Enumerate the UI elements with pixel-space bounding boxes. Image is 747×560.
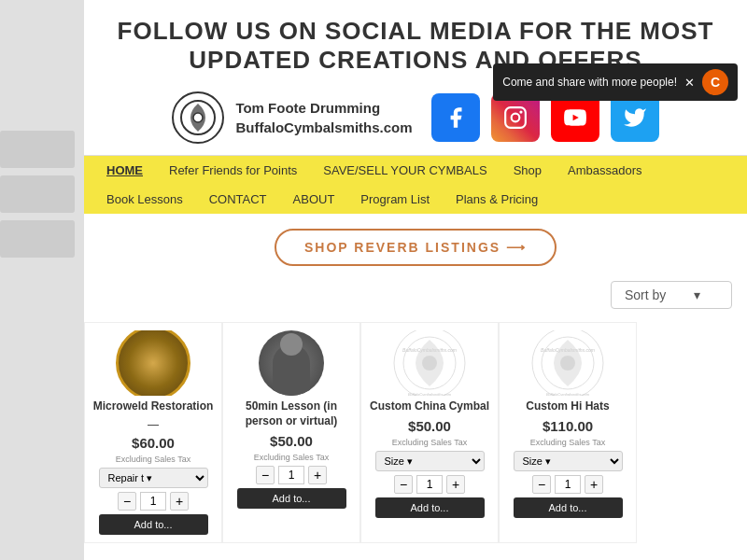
person-silhouette-1 <box>273 344 310 396</box>
nav-item-shop[interactable]: Shop <box>500 156 555 185</box>
logo-watermark-2: BuffaloCymbalsmiths.com BuffaloCymbalsmi… <box>392 330 467 396</box>
youtube-icon[interactable] <box>551 93 599 142</box>
product-tax-3: Excluding Sales Tax <box>530 438 605 447</box>
cymbal-image-0 <box>116 330 190 396</box>
sort-by-label: Sort by <box>625 287 666 302</box>
product-price-1: $50.00 <box>270 433 313 449</box>
product-select-3[interactable]: Size ▾ <box>514 451 623 471</box>
qty-input-0[interactable] <box>140 492 166 511</box>
svg-point-9 <box>422 356 437 371</box>
instagram-icon[interactable] <box>491 93 540 142</box>
qty-decrease-1[interactable]: − <box>256 466 275 484</box>
person-image-1 <box>259 330 324 396</box>
svg-point-3 <box>511 114 519 122</box>
product-price-0: $60.00 <box>132 435 175 451</box>
product-dash-0: — <box>148 418 159 431</box>
product-name-1: 50min Lesson (in person or virtual) <box>231 399 352 428</box>
brand-text: Tom Foote Drumming BuffaloCymbalsmiths.c… <box>235 98 412 137</box>
sidebar-box-1 <box>0 131 75 168</box>
product-card-2: BuffaloCymbalsmiths.com BuffaloCymbalsmi… <box>360 322 499 543</box>
product-name-0: Microweld Restoration <box>93 399 214 414</box>
page-wrapper: FOLLOW US ON SOCIAL MEDIA FOR THE MOST U… <box>0 0 747 560</box>
products-grid: Microweld Restoration — $60.00 Excluding… <box>84 315 747 551</box>
facebook-icon[interactable] <box>431 93 480 142</box>
sort-by-dropdown[interactable]: Sort by ▾ <box>611 281 732 309</box>
product-card-0: Microweld Restoration — $60.00 Excluding… <box>84 322 222 543</box>
add-to-cart-0[interactable]: Add to... <box>99 514 208 535</box>
shop-reverb-button[interactable]: SHOP REVERB LISTINGS ⟶ <box>275 229 557 266</box>
notification-bar: Come and share with more people! ✕ C <box>493 63 738 101</box>
nav-item-save-sell[interactable]: SAVE/SELL YOUR CYMBALS <box>310 156 500 185</box>
nav-item-program-list[interactable]: Program List <box>347 185 443 214</box>
qty-input-2[interactable] <box>416 475 443 494</box>
add-to-cart-3[interactable]: Add to... <box>514 497 623 518</box>
qty-decrease-2[interactable]: − <box>394 475 413 494</box>
product-tax-0: Excluding Sales Tax <box>116 455 190 464</box>
product-card-3: BuffaloCymbalsmiths.com BuffaloCymbalsmi… <box>499 322 637 543</box>
svg-point-14 <box>560 356 575 371</box>
product-name-2: Custom China Cymbal <box>370 399 489 414</box>
brand-logo <box>172 91 224 144</box>
notification-text: Come and share with more people! <box>502 76 677 89</box>
product-image-0 <box>111 330 195 396</box>
left-sidebar <box>0 131 84 258</box>
product-image-3: BuffaloCymbalsmiths.com BuffaloCymbalsmi… <box>526 330 610 396</box>
quantity-row-0: − + <box>118 492 189 511</box>
product-tax-2: Excluding Sales Tax <box>392 438 467 447</box>
quantity-row-3: − + <box>532 475 603 494</box>
qty-decrease-3[interactable]: − <box>532 475 551 494</box>
nav-item-home[interactable]: HOME <box>93 156 156 185</box>
product-select-0[interactable]: Repair t ▾ <box>99 468 208 488</box>
product-image-1 <box>249 330 333 396</box>
crisp-logo-icon: C <box>702 69 728 95</box>
shop-reverb-section: SHOP REVERB LISTINGS ⟶ <box>84 214 747 275</box>
product-image-2: BuffaloCymbalsmiths.com BuffaloCymbalsmi… <box>388 330 472 396</box>
product-price-2: $50.00 <box>408 418 451 434</box>
product-card-1: 50min Lesson (in person or virtual) $50.… <box>222 322 360 543</box>
nav-item-plans-pricing[interactable]: Plans & Pricing <box>443 185 551 214</box>
svg-text:BuffaloCymbalsmiths.com: BuffaloCymbalsmiths.com <box>408 392 452 396</box>
qty-increase-0[interactable]: + <box>170 492 189 511</box>
add-to-cart-1[interactable]: Add to... <box>237 488 346 509</box>
banner: FOLLOW US ON SOCIAL MEDIA FOR THE MOST U… <box>84 0 747 84</box>
sidebar-box-2 <box>0 175 75 213</box>
product-name-3: Custom Hi Hats <box>526 399 609 414</box>
svg-point-4 <box>519 111 522 114</box>
add-to-cart-2[interactable]: Add to... <box>375 497 485 518</box>
quantity-row-2: − + <box>394 475 465 494</box>
twitter-icon[interactable] <box>611 93 659 142</box>
main-content: FOLLOW US ON SOCIAL MEDIA FOR THE MOST U… <box>84 0 747 560</box>
qty-increase-1[interactable]: + <box>308 466 327 484</box>
qty-decrease-0[interactable]: − <box>118 492 136 511</box>
nav-item-about[interactable]: ABOUT <box>280 185 348 214</box>
nav-item-ambassadors[interactable]: Ambassadors <box>555 156 655 185</box>
qty-input-3[interactable] <box>555 475 581 494</box>
nav-bar: HOME Refer Friends for Points SAVE/SELL … <box>84 155 747 214</box>
qty-increase-2[interactable]: + <box>446 475 465 494</box>
person-head-1 <box>280 333 303 356</box>
notification-close-button[interactable]: ✕ <box>684 76 695 90</box>
product-select-2[interactable]: Size ▾ <box>375 451 485 471</box>
nav-item-book-lessons[interactable]: Book Lessons <box>93 185 196 214</box>
sidebar-box-3 <box>0 220 75 258</box>
qty-increase-3[interactable]: + <box>585 475 603 494</box>
nav-item-contact[interactable]: CONTACT <box>196 185 280 214</box>
logo-watermark-3: BuffaloCymbalsmiths.com BuffaloCymbalsmi… <box>530 330 605 396</box>
product-price-3: $110.00 <box>543 418 593 434</box>
sort-chevron-down-icon: ▾ <box>694 287 700 302</box>
svg-text:BuffaloCymbalsmiths.com: BuffaloCymbalsmiths.com <box>546 392 590 396</box>
product-tax-1: Excluding Sales Tax <box>254 453 329 462</box>
svg-point-1 <box>193 113 203 122</box>
quantity-row-1: − + <box>256 466 327 484</box>
qty-input-1[interactable] <box>278 466 304 484</box>
nav-item-refer[interactable]: Refer Friends for Points <box>156 156 310 185</box>
svg-rect-2 <box>505 108 526 129</box>
sort-section: Sort by ▾ <box>84 275 747 315</box>
